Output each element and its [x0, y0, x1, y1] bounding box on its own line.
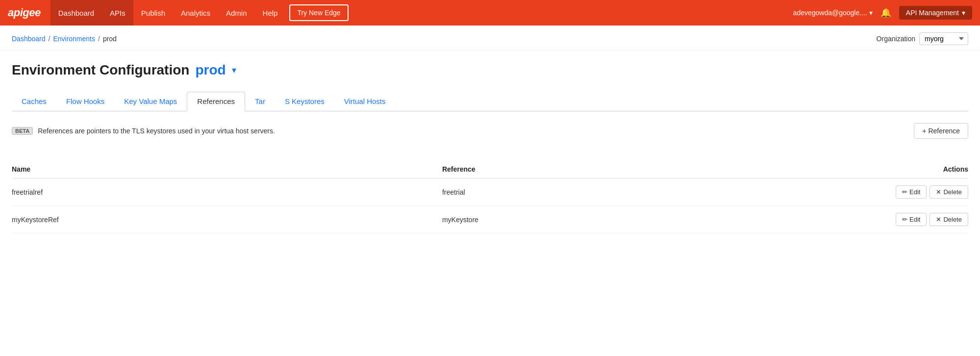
- nav-admin[interactable]: Admin: [218, 0, 255, 25]
- nav-analytics[interactable]: Analytics: [173, 0, 218, 25]
- nav-right: adevegowda@google.... ▾ 🔔 API Management…: [793, 6, 972, 20]
- table-body: freetrialref freetrial ✏ Edit ✕ Delete: [12, 178, 968, 233]
- col-header-name: Name: [12, 160, 442, 178]
- page-content: Environment Configuration prod ▾ Caches …: [0, 51, 980, 233]
- nav-publish[interactable]: Publish: [133, 0, 173, 25]
- nav-help[interactable]: Help: [255, 0, 286, 25]
- nav-links: Dashboard APIs Publish Analytics Admin H…: [50, 0, 793, 25]
- org-select[interactable]: myorg: [919, 32, 968, 45]
- row-2-reference: myKeystore: [442, 206, 825, 233]
- row-1-edit-button[interactable]: ✏ Edit: [896, 185, 927, 199]
- breadcrumb: Dashboard / Environments / prod: [12, 35, 117, 43]
- bell-icon[interactable]: 🔔: [877, 7, 895, 18]
- row-1-reference: freetrial: [442, 178, 825, 206]
- page-title: Environment Configuration: [12, 62, 189, 78]
- pencil-icon: ✏: [902, 188, 907, 196]
- beta-text: BETA References are pointers to the TLS …: [12, 127, 275, 135]
- row-2-delete-button[interactable]: ✕ Delete: [930, 213, 968, 226]
- add-reference-button[interactable]: + Reference: [914, 123, 968, 139]
- env-name: prod: [195, 62, 226, 78]
- row-1-delete-button[interactable]: ✕ Delete: [930, 185, 968, 199]
- breadcrumb-sep-1: /: [49, 35, 50, 43]
- table-row: myKeystoreRef myKeystore ✏ Edit ✕ Delete: [12, 206, 968, 233]
- beta-badge: BETA: [12, 127, 33, 135]
- row-2-actions: ✏ Edit ✕ Delete: [825, 206, 968, 233]
- references-table: Name Reference Actions freetrialref free…: [12, 160, 968, 233]
- api-mgmt-arrow: ▾: [962, 9, 965, 17]
- row-2-name: myKeystoreRef: [12, 206, 442, 233]
- col-header-reference: Reference: [442, 160, 825, 178]
- col-header-actions: Actions: [825, 160, 968, 178]
- page-title-row: Environment Configuration prod ▾: [12, 62, 968, 78]
- beta-description: References are pointers to the TLS keyst…: [38, 127, 275, 135]
- nav-dashboard[interactable]: Dashboard: [50, 0, 102, 25]
- tab-s-keystores[interactable]: S Keystores: [275, 92, 334, 111]
- org-label: Organization: [877, 35, 915, 43]
- try-new-edge-button[interactable]: Try New Edge: [289, 4, 348, 21]
- user-dropdown-arrow[interactable]: ▾: [869, 9, 873, 17]
- tab-tar[interactable]: Tar: [245, 92, 275, 111]
- api-management-button[interactable]: API Management ▾: [899, 6, 972, 20]
- breadcrumb-sep-2: /: [98, 35, 100, 43]
- x-icon: ✕: [936, 188, 941, 196]
- env-dropdown-arrow[interactable]: ▾: [232, 65, 236, 76]
- table-row: freetrialref freetrial ✏ Edit ✕ Delete: [12, 178, 968, 206]
- breadcrumb-dashboard[interactable]: Dashboard: [12, 35, 46, 43]
- breadcrumb-environments[interactable]: Environments: [53, 35, 95, 43]
- nav-user[interactable]: adevegowda@google.... ▾: [793, 9, 873, 17]
- tab-key-value-maps[interactable]: Key Value Maps: [114, 92, 187, 111]
- nav-apis[interactable]: APIs: [102, 0, 133, 25]
- tab-references[interactable]: References: [187, 92, 245, 111]
- tabs: Caches Flow Hooks Key Value Maps Referen…: [12, 92, 968, 111]
- apigee-logo: apigee: [8, 6, 41, 19]
- table-header: Name Reference Actions: [12, 160, 968, 178]
- top-nav: apigee Dashboard APIs Publish Analytics …: [0, 0, 980, 25]
- row-1-actions: ✏ Edit ✕ Delete: [825, 178, 968, 206]
- tab-virtual-hosts[interactable]: Virtual Hosts: [334, 92, 396, 111]
- user-email: adevegowda@google....: [793, 9, 867, 17]
- row-1-action-btns: ✏ Edit ✕ Delete: [825, 185, 968, 199]
- breadcrumb-bar: Dashboard / Environments / prod Organiza…: [0, 25, 980, 51]
- table-header-row: Name Reference Actions: [12, 160, 968, 178]
- row-2-action-btns: ✏ Edit ✕ Delete: [825, 213, 968, 226]
- x-icon: ✕: [936, 216, 941, 223]
- row-2-edit-button[interactable]: ✏ Edit: [896, 213, 927, 226]
- breadcrumb-current: prod: [103, 35, 117, 43]
- beta-row: BETA References are pointers to the TLS …: [12, 123, 968, 147]
- row-1-name: freetrialref: [12, 178, 442, 206]
- tab-caches[interactable]: Caches: [12, 92, 56, 111]
- tab-flow-hooks[interactable]: Flow Hooks: [56, 92, 114, 111]
- org-selector: Organization myorg: [877, 32, 968, 45]
- pencil-icon: ✏: [902, 216, 907, 223]
